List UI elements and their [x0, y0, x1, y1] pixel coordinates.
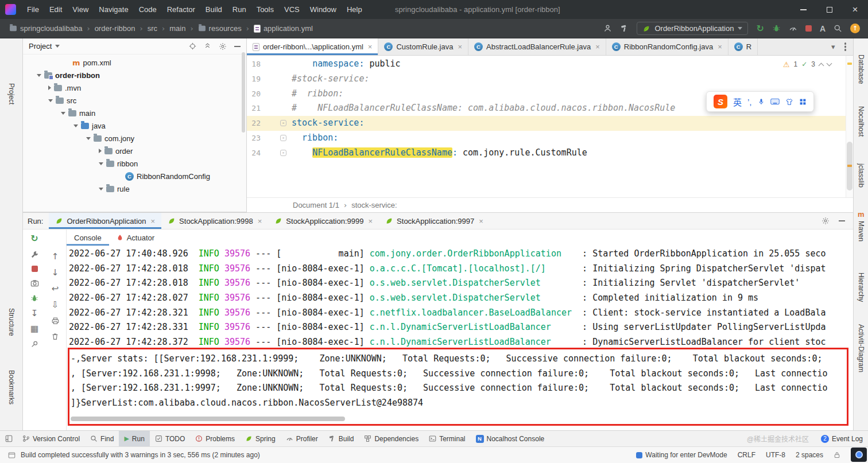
tab-ribbonrandomconfig[interactable]: CRibbonRandomConfig.java×	[606, 38, 728, 55]
toolwindow-maven-button[interactable]: Maven	[857, 221, 865, 242]
horizontal-scrollbar[interactable]	[71, 417, 345, 421]
soft-wrap-icon[interactable]: ↩	[52, 285, 59, 293]
toolwindow-nocalhost-button[interactable]: Nocalhost	[857, 106, 865, 137]
previous-issue-icon[interactable]	[819, 63, 824, 68]
tree-item-order[interactable]: order	[23, 145, 246, 157]
project-view-title[interactable]: Project	[29, 42, 52, 50]
tree-item-com-jony[interactable]: com.jony	[23, 132, 246, 145]
translate-icon[interactable]: A	[820, 24, 826, 33]
close-button[interactable]: ×	[842, 0, 868, 19]
toolwindow-jclasslib-button[interactable]: jclasslib	[857, 164, 865, 188]
toolwindow-hierarchy-button[interactable]: Hierarchy	[857, 273, 865, 302]
lock-icon[interactable]	[834, 451, 840, 459]
rerun-button[interactable]: ↻	[30, 234, 38, 243]
build-hammer-icon[interactable]	[620, 24, 629, 33]
fold-marker-icon[interactable]: -	[280, 135, 286, 141]
clear-console-icon[interactable]	[51, 332, 59, 341]
tree-item-order-ribbon[interactable]: order-ribbon	[23, 69, 246, 81]
code-with-me-icon[interactable]	[603, 24, 612, 33]
fold-marker-icon[interactable]: -	[280, 150, 286, 156]
scroll-to-end-icon[interactable]: ⇩	[52, 301, 59, 309]
tab-application-yml[interactable]: order-ribbon\...\application.yml×	[247, 38, 378, 55]
background-tasks-icon[interactable]	[8, 452, 16, 459]
toolwindow-profiler-button[interactable]: Profiler	[281, 431, 323, 446]
toolwindow-todo-button[interactable]: TODO	[150, 431, 190, 446]
line-ending-selector[interactable]: CRLF	[738, 451, 755, 459]
debug-button[interactable]	[772, 24, 781, 33]
breadcrumb-file[interactable]: application.yml	[254, 24, 313, 33]
close-tab-icon[interactable]: ×	[479, 217, 483, 225]
keyboard-icon[interactable]	[770, 98, 780, 105]
tree-item-pom[interactable]: mpom.xml	[23, 56, 246, 69]
toolwindow-structure-button[interactable]: Structure	[7, 308, 16, 336]
menu-refactor[interactable]: Refactor	[162, 0, 200, 19]
more-options-icon[interactable]	[844, 42, 847, 45]
ime-punctuation-toggle[interactable]: ’,	[747, 97, 752, 107]
update-available-icon[interactable]: ↑	[850, 24, 860, 33]
toolwindow-find-button[interactable]: Find	[85, 431, 119, 446]
toolwindow-terminal-button[interactable]: Terminal	[424, 431, 470, 446]
run-tab-orderribbonapplication[interactable]: OrderRibbonApplication×	[49, 213, 161, 229]
minimize-button[interactable]	[790, 0, 816, 19]
tab-actuator[interactable]: Actuator	[109, 229, 162, 246]
warning-stripe-mark[interactable]	[847, 165, 852, 167]
event-log-button[interactable]: 2Event Log	[816, 431, 868, 446]
close-tab-icon[interactable]: ×	[368, 42, 373, 51]
maximize-button[interactable]	[816, 0, 842, 19]
tab-abstractloadbalancerrule[interactable]: CAbstractLoadBalancerRule.java×	[468, 38, 606, 55]
breadcrumb-project[interactable]: springcloudalibaba	[9, 24, 82, 33]
search-everywhere-icon[interactable]	[834, 24, 842, 33]
close-tab-icon[interactable]: ×	[151, 217, 156, 225]
toolwindow-activiti-button[interactable]: Activiti-Diagram	[857, 324, 865, 372]
tree-item-java[interactable]: java	[23, 119, 246, 132]
tree-item-main[interactable]: main	[23, 107, 246, 119]
tree-item-mvn[interactable]: .mvn	[23, 81, 246, 94]
hide-panel-button[interactable]	[839, 220, 845, 221]
menu-run[interactable]: Run	[227, 0, 251, 19]
menu-build[interactable]: Build	[200, 0, 227, 19]
tab-customrule[interactable]: CCustomRule.java×	[378, 38, 468, 55]
status-message[interactable]: Build completed successfully with 3 warn…	[21, 451, 260, 459]
fold-marker-icon[interactable]: -	[280, 120, 286, 126]
settings-gear-icon[interactable]	[822, 217, 830, 225]
tree-item-ribbonrandomconfig[interactable]: CRibbonRandomConfig	[23, 170, 246, 182]
toolwindow-build-button[interactable]: Build	[323, 431, 359, 446]
breadcrumb-resources[interactable]: resources	[198, 24, 242, 33]
toolwindow-nocalhost-console-button[interactable]: NNocalhost Console	[471, 431, 550, 446]
settings-gear-icon[interactable]	[219, 42, 227, 50]
tree-item-src[interactable]: src	[23, 94, 246, 107]
toolbox-grid-icon[interactable]	[799, 98, 807, 106]
ime-language-toggle[interactable]: 英	[733, 96, 742, 108]
import-icon[interactable]: ↧	[31, 309, 38, 318]
juejin-floating-widget[interactable]	[851, 448, 867, 462]
close-tab-icon[interactable]: ×	[258, 217, 262, 225]
toolwindow-spring-button[interactable]: Spring	[240, 431, 281, 446]
menu-file[interactable]: File	[22, 0, 44, 19]
next-issue-icon[interactable]	[827, 60, 832, 66]
rerun-button[interactable]: ↻	[756, 24, 764, 33]
menu-edit[interactable]: Edit	[44, 0, 67, 19]
close-tab-icon[interactable]: ×	[718, 42, 722, 51]
menu-code[interactable]: Code	[134, 0, 162, 19]
tab-console[interactable]: Console	[67, 229, 109, 246]
close-tab-icon[interactable]: ×	[458, 42, 462, 51]
close-tab-icon[interactable]: ×	[595, 42, 600, 51]
print-icon[interactable]	[51, 317, 60, 325]
breadcrumb-module[interactable]: order-ribbon	[95, 24, 135, 33]
toolwindow-run-button[interactable]: ▶Run	[119, 431, 149, 446]
run-tab-stockapplication-9999[interactable]: StockAppliccation:9999×	[268, 213, 379, 229]
inspections-widget[interactable]: ⚠1 ✓3	[779, 59, 835, 69]
gc-icon[interactable]	[30, 294, 38, 302]
skin-icon[interactable]	[785, 98, 793, 106]
toolwindow-version-control-button[interactable]: Version Control	[17, 431, 85, 446]
microphone-icon[interactable]	[758, 98, 765, 106]
run-tab-stockapplication-9997[interactable]: StockAppliccation:9997×	[379, 213, 490, 229]
breadcrumb-src[interactable]: src	[148, 24, 157, 33]
down-stack-trace-icon[interactable]: ↓	[52, 269, 59, 277]
breadcrumb-main[interactable]: main	[169, 24, 185, 33]
toolwindow-database-button[interactable]: Database	[857, 55, 865, 84]
tab-truncated[interactable]: CR	[728, 38, 758, 55]
menu-navigate[interactable]: Navigate	[94, 0, 133, 19]
up-stack-trace-icon[interactable]: ↑	[52, 252, 59, 261]
console-output[interactable]: 2022-06-27 17:40:48.926 INFO 39576 --- […	[67, 246, 853, 430]
